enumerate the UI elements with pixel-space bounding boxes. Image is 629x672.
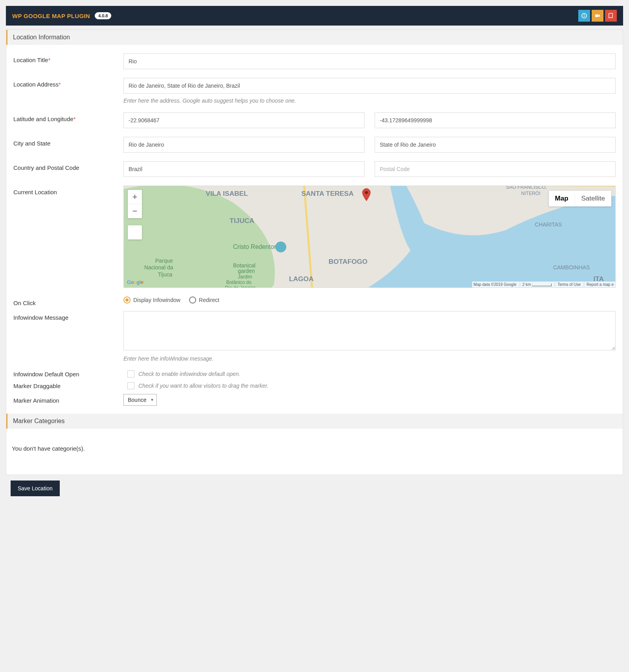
country-input[interactable]	[123, 161, 364, 177]
map-type-toggle: Map Satellite	[549, 191, 611, 206]
svg-text:garden: garden	[238, 268, 255, 274]
zoom-control: + −	[128, 190, 142, 218]
no-categories-text: You don't have categorie(s).	[6, 437, 623, 468]
attr-report[interactable]: Report a map e	[584, 282, 614, 287]
label-current-location: Current Location	[13, 186, 123, 288]
svg-text:Cristo Redentor: Cristo Redentor	[233, 243, 276, 250]
city-input[interactable]	[123, 137, 364, 153]
marker-draggable-checkbox[interactable]	[127, 382, 134, 389]
location-title-input[interactable]	[123, 53, 616, 69]
svg-text:Rio de Janeiro: Rio de Janeiro	[225, 285, 256, 287]
section-marker-categories: Marker Categories	[6, 414, 623, 429]
label-latlng: Latitude and Longitude*	[13, 112, 123, 128]
label-infowindow-msg: Infowindow Message	[13, 311, 123, 362]
zoom-out-button[interactable]: −	[128, 204, 142, 218]
google-logo: Google	[127, 279, 143, 285]
label-location-title: Location Title*	[13, 53, 123, 69]
info-icon[interactable]	[578, 10, 590, 22]
svg-text:NITERÓI: NITERÓI	[521, 190, 540, 196]
map-attribution: Map data ©2019 Google 2 km Terms of Use …	[472, 282, 615, 287]
map-widget[interactable]: MÉIER City park Quinta da Boa Vista Rio …	[123, 186, 616, 288]
longitude-input[interactable]	[375, 112, 616, 128]
radio-display-infowindow[interactable]: Display Infowindow	[123, 296, 180, 304]
helper-default-open: Check to enable infowindow default open.	[138, 371, 240, 377]
svg-text:Botânico do: Botânico do	[226, 280, 251, 285]
svg-rect-3	[595, 15, 598, 17]
location-info-panel: Location Information Location Title* Loc…	[6, 29, 623, 475]
video-icon[interactable]	[592, 10, 603, 22]
svg-point-2	[584, 15, 585, 15]
version-badge: 4.0.8	[95, 12, 111, 19]
map-marker-icon[interactable]	[362, 188, 371, 203]
label-city-state: City and State	[13, 137, 123, 153]
label-marker-draggable: Marker Draggable	[13, 383, 123, 389]
infowindow-message-input[interactable]	[123, 311, 616, 350]
latitude-input[interactable]	[123, 112, 364, 128]
label-country-postal: Country and Postal Code	[13, 161, 123, 177]
map-type-satellite[interactable]: Satellite	[575, 191, 611, 206]
svg-text:Nacional da: Nacional da	[144, 264, 173, 271]
svg-text:SANTA TERESA: SANTA TERESA	[301, 190, 354, 197]
plugin-title: WP GOOGLE MAP PLUGIN	[12, 13, 90, 19]
infowindow-default-checkbox[interactable]	[127, 370, 134, 377]
svg-text:LAGOA: LAGOA	[289, 275, 314, 283]
attr-mapdata: Map data ©2019 Google	[474, 282, 517, 287]
label-infowindow-default: Infowindow Default Open	[13, 371, 123, 377]
label-on-click: On Click	[13, 296, 123, 306]
map-type-map[interactable]: Map	[549, 191, 575, 206]
svg-text:TIJUCA: TIJUCA	[230, 217, 254, 225]
zoom-in-button[interactable]: +	[128, 190, 142, 204]
svg-text:VILA ISABEL: VILA ISABEL	[206, 190, 248, 197]
svg-text:SÃO FRANCISCO,: SÃO FRANCISCO,	[506, 186, 547, 190]
helper-infowindow: Enter here the infoWindow message.	[123, 355, 616, 362]
svg-text:Jardim: Jardim	[238, 274, 252, 280]
svg-text:Parque: Parque	[155, 258, 173, 264]
svg-text:Tijuca: Tijuca	[158, 271, 173, 278]
helper-draggable: Check if you want to allow visitors to d…	[138, 383, 269, 389]
save-location-button[interactable]: Save Location	[11, 481, 60, 496]
svg-text:BOTAFOGO: BOTAFOGO	[329, 258, 368, 265]
book-icon[interactable]	[605, 10, 617, 22]
helper-address: Enter here the address. Google auto sugg…	[123, 98, 616, 104]
label-marker-animation: Marker Animation	[13, 394, 123, 406]
svg-text:CAMBOINHAS: CAMBOINHAS	[553, 264, 590, 271]
postal-input[interactable]	[375, 161, 616, 177]
section-location-info: Location Information	[6, 30, 623, 45]
attr-scale: 2 km	[520, 282, 552, 287]
svg-point-41	[365, 191, 368, 194]
radio-redirect[interactable]: Redirect	[189, 296, 219, 304]
svg-point-6	[275, 241, 286, 252]
svg-text:CHARITAS: CHARITAS	[535, 221, 562, 228]
header-bar: WP GOOGLE MAP PLUGIN 4.0.8	[6, 6, 623, 26]
state-input[interactable]	[375, 137, 616, 153]
attr-terms[interactable]: Terms of Use	[555, 282, 581, 287]
label-location-address: Location Address*	[13, 78, 123, 104]
marker-animation-select[interactable]: Bounce	[123, 394, 157, 406]
location-address-input[interactable]	[123, 78, 616, 94]
fullscreen-button[interactable]	[128, 225, 142, 239]
